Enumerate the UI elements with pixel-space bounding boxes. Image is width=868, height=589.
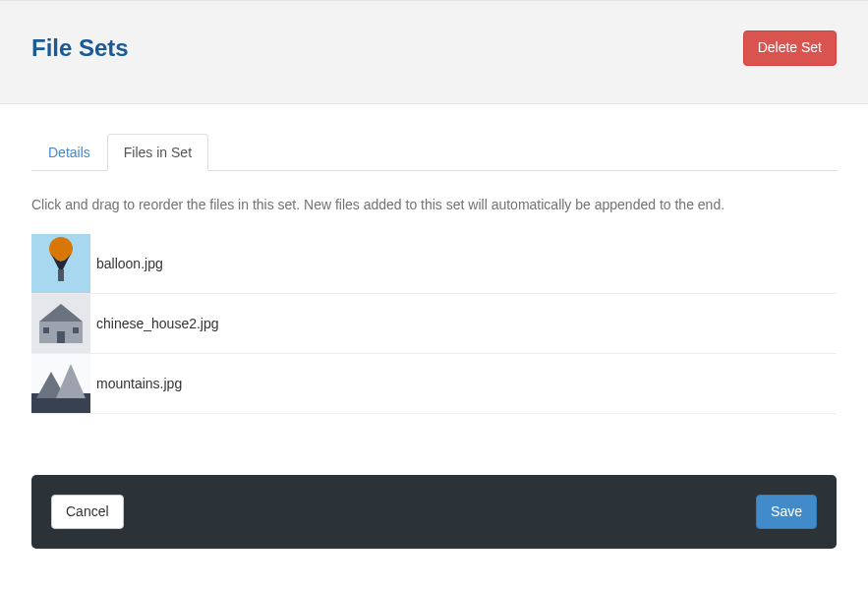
file-name: mountains.jpg bbox=[96, 376, 182, 391]
page-title: File Sets bbox=[31, 34, 129, 62]
svg-rect-2 bbox=[58, 269, 64, 281]
save-button[interactable]: Save bbox=[756, 495, 817, 530]
footer-actions: Cancel Save bbox=[31, 475, 837, 550]
file-name: balloon.jpg bbox=[96, 256, 163, 271]
delete-set-button[interactable]: Delete Set bbox=[743, 30, 837, 66]
svg-rect-6 bbox=[57, 331, 65, 343]
file-thumbnail-icon bbox=[31, 234, 90, 293]
tab-list: Details Files in Set bbox=[31, 134, 837, 171]
tab-files-in-set[interactable]: Files in Set bbox=[107, 134, 208, 171]
file-list: balloon.jpg chinese_house2.jpg bbox=[31, 234, 837, 414]
file-item[interactable]: balloon.jpg bbox=[31, 234, 837, 294]
svg-rect-8 bbox=[73, 327, 79, 333]
file-thumbnail-icon bbox=[31, 354, 90, 413]
file-item[interactable]: chinese_house2.jpg bbox=[31, 294, 837, 354]
svg-point-1 bbox=[49, 237, 73, 261]
file-name: chinese_house2.jpg bbox=[96, 316, 219, 331]
tab-details[interactable]: Details bbox=[31, 134, 107, 171]
file-thumbnail-icon bbox=[31, 294, 90, 353]
main-content: Details Files in Set Click and drag to r… bbox=[0, 104, 868, 434]
instructions-text: Click and drag to reorder the files in t… bbox=[31, 197, 837, 212]
svg-rect-7 bbox=[43, 327, 49, 333]
file-item[interactable]: mountains.jpg bbox=[31, 354, 837, 414]
page-header: File Sets Delete Set bbox=[0, 0, 868, 104]
cancel-button[interactable]: Cancel bbox=[51, 495, 124, 530]
